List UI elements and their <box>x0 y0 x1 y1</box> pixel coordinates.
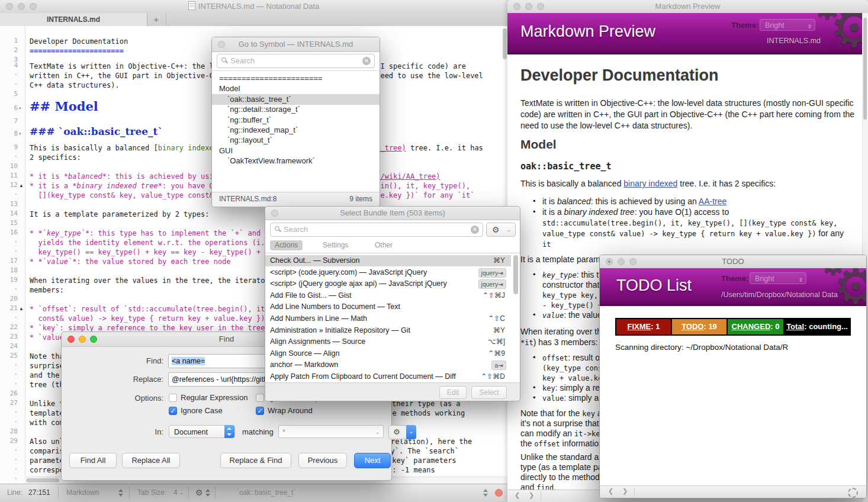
select-button[interactable]: Select <box>471 386 507 399</box>
gutter-line-number: 10 <box>0 162 18 170</box>
checkbox-wrap-around[interactable]: ✓ <box>256 407 264 415</box>
tab-size-label[interactable]: Tab Size: <box>137 484 166 501</box>
language-stepper-icon[interactable] <box>118 489 124 497</box>
fold-arrow-icon[interactable]: ▾ <box>19 106 21 111</box>
symbol-list-item[interactable]: `oak::basic_tree_t` <box>212 94 380 105</box>
scroll-thumb[interactable] <box>863 18 867 120</box>
bundle-list-item[interactable]: <script> (code.jquery.com) — JavaScript … <box>265 267 511 278</box>
hscroll-thumb[interactable] <box>26 478 59 482</box>
bundle-list-item[interactable]: Check Out... — Subversion⌘Y <box>265 255 511 266</box>
symbol-list-item[interactable]: `ng::detail::storage_t` <box>212 104 380 115</box>
right-stepper-icon[interactable] <box>483 489 488 497</box>
bundle-list-item[interactable]: Add Line Numbers to Document — Text <box>265 301 511 313</box>
bundle-list-item[interactable]: Administration » Initialize Repository —… <box>265 325 511 336</box>
document-icon <box>188 1 195 10</box>
gutter-line-number: 22 <box>0 323 18 331</box>
bundle-list-item[interactable]: Align Source — Align⌃⌘9 <box>265 348 511 359</box>
symbol-search-field[interactable]: Search ✕ <box>217 54 375 68</box>
symbol-list-item[interactable]: Model <box>212 83 380 94</box>
bundle-list-item[interactable]: <script> (jQuery google ajax api) — Java… <box>265 278 511 289</box>
preview-link[interactable]: AA-tree <box>699 197 726 206</box>
matching-label: matching <box>242 427 274 436</box>
badge-todo[interactable]: TODO: 19 <box>672 318 728 336</box>
bookmark-icon[interactable]: ▲ <box>19 183 24 188</box>
preview-titlebar[interactable]: Markdown Preview <box>507 0 868 14</box>
clear-search-icon[interactable]: ✕ <box>362 57 371 65</box>
symbol-list-item[interactable]: `ng::buffer_t` <box>212 115 380 125</box>
editor-text: the methods working <box>384 409 465 417</box>
checkbox-ignore-whitespace[interactable] <box>256 394 264 402</box>
symbol-list-item[interactable]: `ng::layout_t` <box>212 135 380 146</box>
symbol-indicator[interactable]: `oak::basic_tree_t` <box>237 484 295 501</box>
find-all-button[interactable]: Find All <box>69 453 117 468</box>
badge-total[interactable]: Total: counting... <box>785 318 851 336</box>
replace-all-button[interactable]: Replace All <box>122 453 180 468</box>
gutter-line-number: 6 <box>0 104 18 112</box>
bundle-scroll-thumb[interactable] <box>513 255 518 294</box>
next-button[interactable]: Next <box>354 453 391 468</box>
go-to-symbol-window: Go to Symbol — INTERNALS.md Search ✕ ===… <box>211 37 380 207</box>
chevron-down-icon: ⌄ <box>506 223 511 236</box>
window-title: Go to Symbol — INTERNALS.md <box>212 37 380 52</box>
symbol-list: =======================Model`oak::basic_… <box>212 70 380 192</box>
todo-titlebar[interactable]: TODO <box>600 255 866 269</box>
gear-dropdown-button[interactable]: ⌄ <box>406 425 416 439</box>
forward-icon[interactable]: ❯ <box>622 487 628 495</box>
editor-vscroll-thumb[interactable] <box>503 28 507 59</box>
gutter-line-number: 13 <box>0 200 18 208</box>
theme-dropdown[interactable]: Bright⇕ <box>760 19 815 31</box>
find-gear-button[interactable]: ⚙ <box>388 425 407 439</box>
back-icon[interactable]: ❮ <box>608 487 613 495</box>
symbol-list-item[interactable]: `ng::indexed_map_t` <box>212 125 380 136</box>
tab-internals-md[interactable]: INTERNALS.md <box>0 13 147 26</box>
bundle-list-item[interactable]: Apply Patch From Clipboard to Current Do… <box>265 371 511 382</box>
fold-arrow-icon[interactable]: ▾ <box>19 131 21 136</box>
search-icon <box>221 57 226 62</box>
gutter-line-number: 27 <box>0 399 18 407</box>
preview-link[interactable]: binary indexed <box>623 179 677 188</box>
checkbox-regular-expression[interactable] <box>169 394 177 402</box>
new-tab-button[interactable]: + <box>147 13 166 26</box>
bundle-search-field[interactable]: Search ✕ <box>270 223 483 237</box>
back-icon[interactable]: ❮ <box>515 491 520 499</box>
bookmark-icon[interactable]: ▲ <box>19 306 24 311</box>
theme-dropdown[interactable]: Bright⇕ <box>750 272 806 284</box>
forward-icon[interactable]: ❯ <box>529 491 534 499</box>
badge-changed[interactable]: CHANGED: 0 <box>728 318 785 336</box>
document-modified-indicator[interactable] <box>495 489 503 497</box>
badge-fixme[interactable]: FIXME: 1 <box>615 318 672 336</box>
bullet-icon: • <box>533 270 536 279</box>
edit-button[interactable]: Edit <box>439 386 467 399</box>
tab-actions[interactable]: Actions <box>270 240 303 250</box>
symbol-list-item[interactable]: ======================= <box>212 73 380 84</box>
checkbox-ignore-case[interactable]: ✓ <box>169 407 177 415</box>
symbol-list-item[interactable]: `OakTextView.framework` <box>212 156 380 166</box>
bundle-list-item[interactable]: anchor — Markdowna⇥ <box>265 359 511 371</box>
editor-text: It is a template parameterized by 2 type… <box>30 210 209 218</box>
bundle-list-item[interactable]: Add File to Gist... — Gist⌃⇧⌘J <box>265 290 511 301</box>
editor-text-segment: `key` parameters <box>388 456 456 465</box>
bundle-list-item[interactable]: Add Numbers in Line — Math⌃⇧C <box>265 313 511 324</box>
clear-search-icon[interactable]: ✕ <box>471 226 479 234</box>
gear-icon[interactable]: ⚙ <box>195 484 203 501</box>
tab-other[interactable]: Other <box>370 240 397 250</box>
previous-button[interactable]: Previous <box>298 453 347 468</box>
replace-and-find-button[interactable]: Replace & Find <box>220 453 291 468</box>
language-selector[interactable]: Markdown <box>66 484 99 501</box>
gear-stepper-icon[interactable] <box>205 489 211 497</box>
tab-size-value[interactable]: 4 <box>173 484 178 501</box>
in-scope-popup[interactable]: Document <box>169 425 235 438</box>
bundle-footer: Edit Select <box>265 382 520 401</box>
tab-settings[interactable]: Settings <box>318 240 353 250</box>
preview-text: *it <box>520 339 533 347</box>
gutter-line-number: 28 <box>0 427 18 435</box>
tab-size-chevron-icon[interactable]: ⌄ <box>179 484 184 501</box>
symbol-list-item[interactable]: GUI <box>212 146 380 156</box>
bundle-list-item[interactable]: Align Assignments — Source⌥⌘] <box>265 336 511 347</box>
symbol-titlebar[interactable]: Go to Symbol — INTERNALS.md <box>212 37 380 52</box>
textmate-titlebar[interactable]: INTERNALS.md — Notational Data <box>0 0 507 14</box>
bundle-gear-button[interactable]: ⚙ ⌄ <box>486 223 516 237</box>
matching-combo[interactable]: *⌄ <box>278 425 384 438</box>
bundle-titlebar[interactable]: Select Bundle Item (503 items) <box>265 207 520 220</box>
bundle-item-window: Select Bundle Item (503 items) Search ✕ … <box>265 206 520 401</box>
